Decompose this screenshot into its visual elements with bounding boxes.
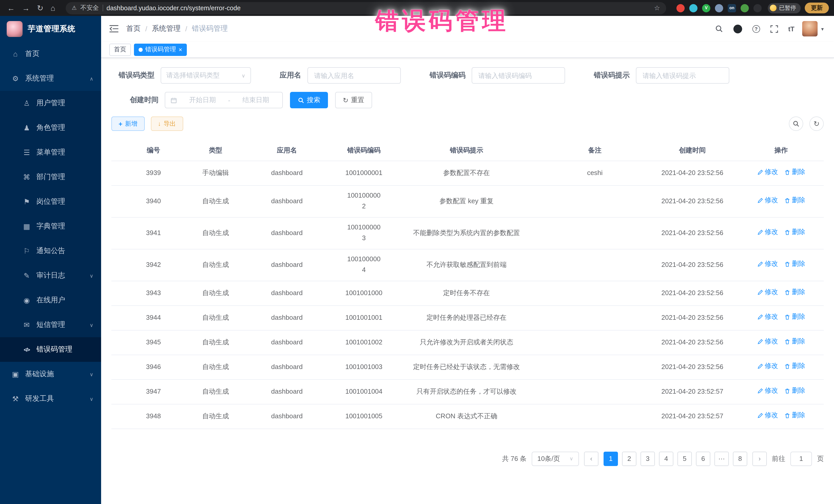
- search-icon[interactable]: [715, 25, 723, 33]
- end-date-input[interactable]: 结束日期: [234, 95, 277, 105]
- page-button-2[interactable]: 2: [622, 452, 636, 466]
- github-icon[interactable]: [733, 24, 742, 33]
- sidebar-item-infra[interactable]: ▣基础设施∨: [0, 362, 101, 387]
- extension-puzzle-blue[interactable]: [715, 4, 723, 12]
- edit-link[interactable]: 修改: [757, 167, 778, 178]
- delete-link[interactable]: 删除: [784, 361, 805, 372]
- page-button-5[interactable]: 5: [678, 452, 692, 466]
- reload-icon[interactable]: ↻: [37, 3, 43, 13]
- chevron-down-icon[interactable]: ▾: [821, 26, 824, 31]
- sidebar-item-notice[interactable]: ⚐通知公告: [0, 239, 101, 263]
- extension-on-badge[interactable]: on: [728, 4, 736, 12]
- sidebar-item-sms[interactable]: ✉短信管理∨: [0, 312, 101, 337]
- tab-home[interactable]: 首页: [109, 43, 131, 56]
- error-code-input[interactable]: [477, 71, 559, 80]
- goto-page-input[interactable]: [790, 452, 812, 466]
- help-icon[interactable]: ?: [752, 25, 760, 32]
- edit-link[interactable]: 修改: [757, 336, 778, 347]
- page-button-1[interactable]: 1: [603, 452, 618, 466]
- edit-link[interactable]: 修改: [757, 312, 778, 323]
- edit-link[interactable]: 修改: [757, 410, 778, 421]
- sidebar-item-devtools[interactable]: ⚒研发工具∨: [0, 387, 101, 411]
- fullscreen-icon[interactable]: [770, 25, 778, 32]
- refresh-button[interactable]: ↻: [809, 116, 824, 131]
- sidebar-item-menu[interactable]: ☰菜单管理: [0, 140, 101, 165]
- delete-link[interactable]: 删除: [784, 312, 805, 323]
- address-bar[interactable]: ⚠ 不安全 dashboard.yudao.iocoder.cn/system/…: [65, 2, 666, 14]
- sidebar: 芋道管理系统 ⌂首页⚙系统管理∧♙用户管理♟角色管理☰菜单管理⌘部门管理⚑岗位管…: [0, 16, 101, 504]
- avatar[interactable]: [802, 21, 817, 37]
- delete-link[interactable]: 删除: [784, 227, 805, 238]
- sidebar-item-post[interactable]: ⚑岗位管理: [0, 190, 101, 214]
- page-button-3[interactable]: 3: [640, 452, 655, 466]
- toolbar-right: ↻: [789, 116, 824, 131]
- page-button-4[interactable]: 4: [659, 452, 673, 466]
- delete-link[interactable]: 删除: [784, 167, 805, 178]
- start-date-input[interactable]: 开始日期: [181, 95, 224, 105]
- edit-link[interactable]: 修改: [757, 287, 778, 298]
- cell-message: 不允许获取敏感配置到前端: [390, 249, 544, 281]
- extension-green-v[interactable]: V: [702, 4, 710, 12]
- search-button[interactable]: 搜索: [290, 92, 328, 108]
- cell-app: dashboard: [236, 217, 338, 249]
- next-page-button[interactable]: ›: [752, 452, 767, 466]
- paused-badge[interactable]: 已暂停: [768, 3, 800, 13]
- search-toggle-button[interactable]: [789, 116, 803, 131]
- delete-link[interactable]: 删除: [784, 259, 805, 270]
- page-button-6[interactable]: 6: [696, 452, 710, 466]
- add-button[interactable]: + 新增: [111, 116, 145, 131]
- sidebar-item-user[interactable]: ♙用户管理: [0, 91, 101, 115]
- delete-link[interactable]: 删除: [784, 410, 805, 421]
- delete-link[interactable]: 删除: [784, 386, 805, 396]
- breadcrumb-item[interactable]: 首页: [126, 24, 140, 34]
- plus-icon: +: [118, 120, 123, 128]
- edit-link[interactable]: 修改: [757, 227, 778, 238]
- home-icon: ⌂: [10, 50, 21, 58]
- forward-icon[interactable]: →: [22, 4, 30, 12]
- tab-error-code[interactable]: 错误码管理 ×: [134, 43, 187, 56]
- extension-red[interactable]: [676, 4, 685, 12]
- sidebar-item-system[interactable]: ⚙系统管理∧: [0, 66, 101, 91]
- sidebar-item-error-code[interactable]: </>错误码管理: [0, 337, 101, 362]
- delete-link[interactable]: 删除: [784, 195, 805, 206]
- sidebar-item-label: 菜单管理: [37, 148, 65, 157]
- sidebar-item-home[interactable]: ⌂首页: [0, 42, 101, 66]
- sidebar-toggle-icon[interactable]: [109, 25, 118, 33]
- delete-link[interactable]: 删除: [784, 336, 805, 347]
- column-header: 错误码提示: [390, 140, 544, 161]
- export-button[interactable]: ↓ 导出: [151, 116, 183, 131]
- edit-link[interactable]: 修改: [757, 195, 778, 206]
- page-button-8[interactable]: 8: [733, 452, 747, 466]
- app-logo[interactable]: 芋道管理系统: [0, 16, 101, 42]
- bookmark-star-icon[interactable]: ☆: [654, 4, 660, 12]
- font-size-icon[interactable]: tT: [788, 25, 794, 32]
- sidebar-item-online-user[interactable]: ◉在线用户: [0, 288, 101, 312]
- back-icon[interactable]: ←: [7, 4, 15, 12]
- extension-teal[interactable]: [689, 4, 698, 12]
- breadcrumb-item[interactable]: 系统管理: [152, 24, 181, 34]
- close-icon[interactable]: ×: [179, 46, 182, 52]
- delete-link[interactable]: 删除: [784, 287, 805, 298]
- edit-link[interactable]: 修改: [757, 259, 778, 270]
- sidebar-item-dict[interactable]: ▦字典管理: [0, 214, 101, 239]
- app-name-input[interactable]: [313, 71, 395, 80]
- edit-link[interactable]: 修改: [757, 361, 778, 372]
- page-size-select[interactable]: 10条/页 ∨: [532, 452, 579, 466]
- reset-button[interactable]: ↻ 重置: [335, 92, 372, 108]
- edit-link[interactable]: 修改: [757, 386, 778, 396]
- sidebar-item-audit-log[interactable]: ✎审计日志∨: [0, 263, 101, 288]
- sidebar-item-role[interactable]: ♟角色管理: [0, 115, 101, 140]
- page-ellipsis[interactable]: ···: [715, 452, 729, 466]
- prev-page-button[interactable]: ‹: [584, 452, 598, 466]
- sidebar-item-dept[interactable]: ⌘部门管理: [0, 165, 101, 190]
- extension-puzzle-dark[interactable]: [753, 4, 762, 12]
- column-header: 错误码编码: [338, 140, 390, 161]
- error-msg-input[interactable]: [641, 71, 724, 80]
- home-icon[interactable]: ⌂: [50, 4, 55, 12]
- update-button[interactable]: 更新: [805, 3, 829, 13]
- extension-green-leaf[interactable]: [741, 4, 749, 12]
- refresh-icon: ↻: [343, 96, 349, 104]
- date-range-picker[interactable]: 开始日期 - 结束日期: [165, 92, 283, 108]
- error-type-select[interactable]: 请选择错误码类型 ∨: [161, 67, 251, 84]
- url-text[interactable]: dashboard.yudao.iocoder.cn/system/error-…: [107, 4, 241, 12]
